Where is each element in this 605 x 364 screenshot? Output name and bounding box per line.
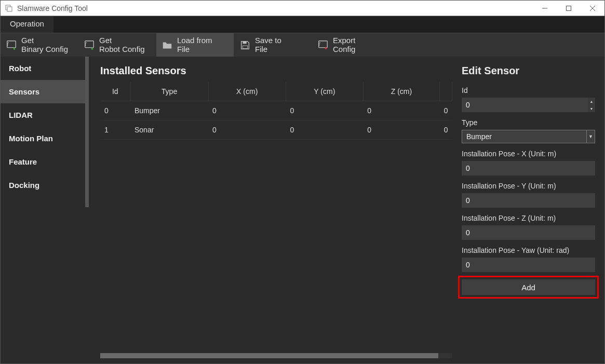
menu-tabstrip: Operation (1, 16, 604, 33)
table-row[interactable]: 0 Bumper 0 0 0 0 (100, 101, 452, 120)
col-overflow (440, 82, 452, 101)
download-icon (84, 39, 95, 51)
close-icon (590, 6, 595, 11)
sidebar-item-sensors[interactable]: Sensors (1, 80, 89, 103)
svg-rect-3 (567, 6, 571, 10)
svg-rect-1 (7, 7, 12, 11)
get-binary-config-button[interactable]: GetBinary Config (1, 33, 78, 57)
app-window: Slamware Config Tool Operation GetBinary… (0, 0, 605, 364)
pose-z-input[interactable] (462, 225, 595, 240)
cell-y: 0 (286, 120, 363, 140)
label-id: Id (462, 86, 595, 95)
cell-z: 0 (363, 120, 439, 140)
sidebar-item-robot[interactable]: Robot (1, 57, 89, 80)
spin-down-icon[interactable]: ▼ (588, 105, 595, 112)
col-z[interactable]: Z (cm) (363, 82, 439, 101)
chevron-down-icon: ▼ (586, 130, 595, 143)
col-type[interactable]: Type (130, 82, 208, 101)
download-icon (6, 39, 17, 51)
app-icon (5, 4, 13, 12)
add-button[interactable]: Add (462, 279, 595, 295)
label-pose-z: Installation Pose - Z (Unit: m) (462, 214, 595, 222)
sidebar-item-motion-plan[interactable]: Motion Plan (1, 127, 89, 150)
cell-extra: 0 (440, 101, 452, 120)
type-select[interactable]: Bumper ▼ (462, 130, 595, 143)
label-type: Type (462, 118, 595, 127)
upload-icon (317, 39, 329, 51)
id-input[interactable] (462, 98, 595, 112)
installed-sensors-panel: Installed Sensors Id Type X (cm) Y (cm) … (89, 57, 456, 363)
id-spinner[interactable]: ▲ ▼ (588, 98, 595, 112)
edit-sensor-panel: Edit Sensor Id ▲ ▼ Type Bumper ▼ Install… (456, 57, 604, 363)
tool-label: Get (99, 36, 145, 45)
tool-label: Export (333, 36, 355, 45)
cell-z: 0 (363, 101, 439, 120)
tool-label: File (177, 45, 212, 54)
sensors-table: Id Type X (cm) Y (cm) Z (cm) 0 Bumper 0 (100, 82, 452, 140)
svg-rect-9 (243, 45, 247, 48)
cell-x: 0 (208, 101, 286, 120)
cell-type: Sonar (130, 120, 208, 140)
tool-label: Robot Config (99, 45, 145, 54)
spin-up-icon[interactable]: ▲ (588, 98, 595, 105)
sidebar-item-lidar[interactable]: LIDAR (1, 103, 89, 127)
label-pose-yaw: Installation Pose - Yaw (Unit: rad) (462, 246, 595, 254)
get-robot-config-button[interactable]: GetRobot Config (78, 33, 156, 57)
load-from-file-button[interactable]: Load fromFile (156, 33, 234, 57)
tool-label: Save to (255, 36, 281, 45)
tool-label: File (255, 45, 281, 54)
col-x[interactable]: X (cm) (208, 82, 286, 101)
installed-sensors-title: Installed Sensors (100, 65, 452, 77)
save-icon (239, 39, 251, 51)
type-select-value: Bumper (466, 132, 492, 141)
sidebar-item-feature[interactable]: Feature (1, 150, 89, 173)
minimize-button[interactable] (533, 1, 557, 16)
main-area: Installed Sensors Id Type X (cm) Y (cm) … (89, 57, 604, 363)
folder-icon (162, 39, 173, 51)
window-title: Slamware Config Tool (17, 4, 88, 12)
tool-label: Load from (177, 36, 212, 45)
close-button[interactable] (581, 1, 604, 16)
horizontal-scrollbar[interactable] (100, 353, 452, 358)
tool-label: Binary Config (21, 45, 68, 54)
cell-id: 0 (100, 101, 130, 120)
svg-rect-7 (85, 41, 94, 47)
label-pose-y: Installation Pose - Y (Unit: m) (462, 182, 595, 190)
svg-rect-8 (243, 41, 246, 44)
tool-label: Get (21, 36, 68, 45)
maximize-icon (566, 6, 571, 11)
save-to-file-button[interactable]: Save toFile (234, 33, 312, 57)
cell-extra: 0 (440, 120, 452, 140)
pose-yaw-input[interactable] (462, 258, 595, 272)
cell-id: 1 (100, 120, 130, 140)
cell-type: Bumper (130, 101, 208, 120)
label-pose-x: Installation Pose - X (Unit: m) (462, 150, 595, 158)
svg-rect-10 (319, 41, 328, 47)
tool-label: Config (333, 45, 355, 54)
sidebar: Robot Sensors LIDAR Motion Plan Feature … (1, 57, 89, 363)
edit-sensor-title: Edit Sensor (462, 65, 595, 77)
maximize-button[interactable] (557, 1, 581, 16)
col-y[interactable]: Y (cm) (286, 82, 363, 101)
col-id[interactable]: Id (100, 82, 130, 101)
table-row[interactable]: 1 Sonar 0 0 0 0 (100, 120, 452, 140)
toolbar: GetBinary Config GetRobot Config Load fr… (1, 33, 604, 57)
cell-y: 0 (286, 101, 363, 120)
pose-y-input[interactable] (462, 193, 595, 208)
tab-operation[interactable]: Operation (1, 16, 54, 33)
minimize-icon (542, 6, 547, 11)
pose-x-input[interactable] (462, 161, 595, 176)
content-body: Robot Sensors LIDAR Motion Plan Feature … (1, 57, 604, 363)
export-config-button[interactable]: ExportConfig (312, 33, 390, 57)
titlebar: Slamware Config Tool (1, 1, 604, 16)
sidebar-item-docking[interactable]: Docking (1, 173, 89, 197)
cell-x: 0 (208, 120, 286, 140)
scrollbar-thumb[interactable] (100, 353, 438, 358)
svg-rect-6 (7, 41, 16, 47)
